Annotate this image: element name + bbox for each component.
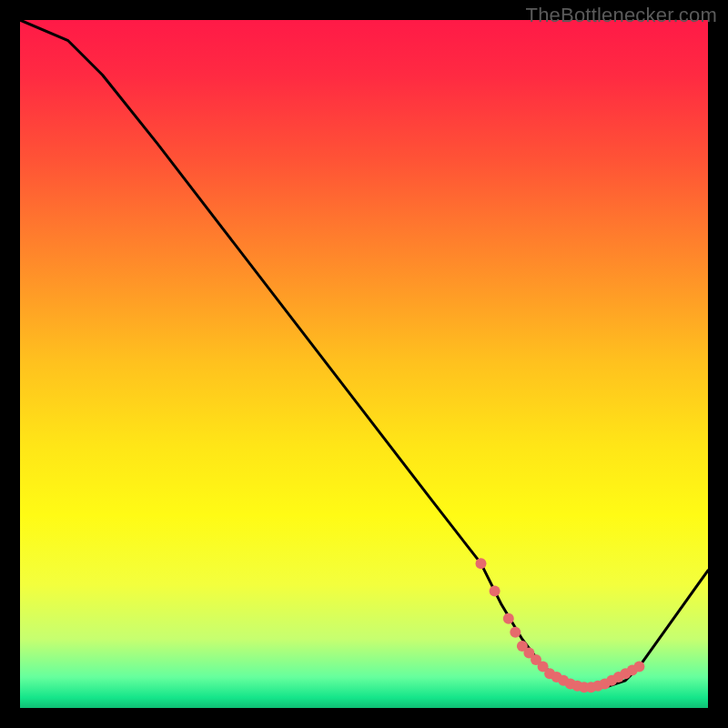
chart-plot-area xyxy=(20,20,708,708)
watermark-text: TheBottlenecker.com xyxy=(526,4,717,27)
highlight-dot xyxy=(490,586,500,597)
chart-frame: TheBottlenecker.com xyxy=(0,0,728,728)
highlight-dot xyxy=(633,662,644,672)
highlight-dot xyxy=(510,627,521,638)
highlight-dot xyxy=(503,613,514,624)
gradient-background xyxy=(20,20,708,708)
chart-svg xyxy=(20,20,708,708)
highlight-dot xyxy=(476,558,487,569)
